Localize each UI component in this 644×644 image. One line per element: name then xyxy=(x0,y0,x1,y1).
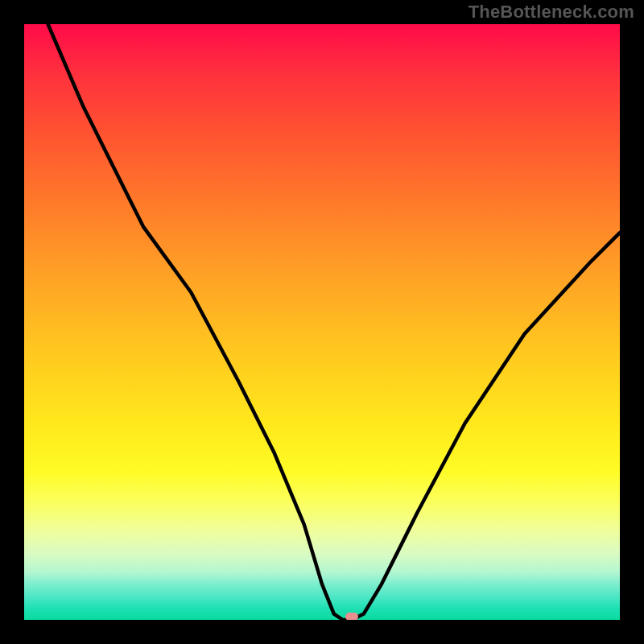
curve-path xyxy=(48,24,620,620)
plot-area xyxy=(24,24,620,620)
bottleneck-curve xyxy=(24,24,620,620)
optimum-marker xyxy=(345,613,358,620)
chart-frame: TheBottleneck.com xyxy=(0,0,644,644)
watermark-text: TheBottleneck.com xyxy=(469,2,634,23)
